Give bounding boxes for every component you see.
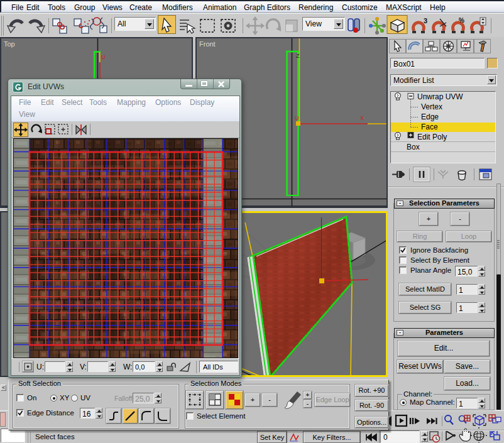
svg-text:X: X: [360, 115, 364, 121]
svg-text:U: U: [101, 54, 106, 60]
svg-text:%: %: [459, 17, 464, 24]
svg-text:3: 3: [424, 17, 427, 25]
svg-text:Z: Z: [296, 53, 300, 59]
svg-text:U: U: [295, 115, 299, 121]
